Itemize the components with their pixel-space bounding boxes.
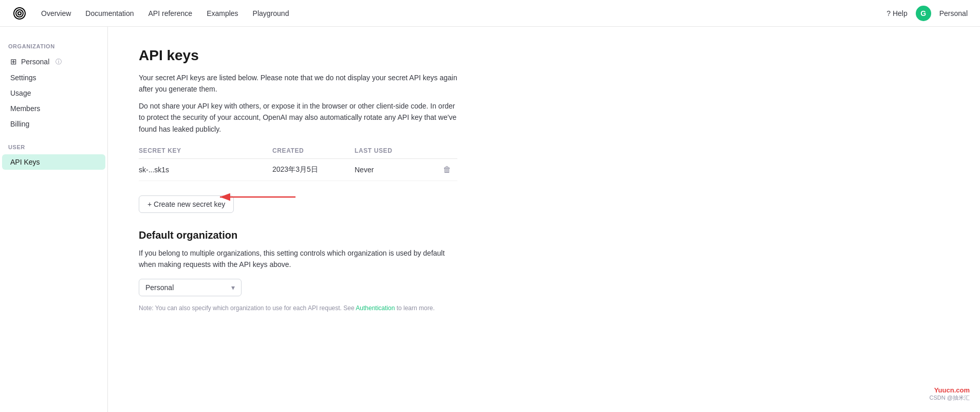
info-icon: ⓘ [56, 58, 62, 66]
sidebar-billing-label: Billing [10, 120, 29, 128]
watermark-line1: Yuucn.com [930, 386, 970, 394]
sidebar-usage-label: Usage [10, 89, 31, 97]
sidebar-item-billing[interactable]: Billing [2, 116, 105, 132]
nav-documentation[interactable]: Documentation [85, 9, 134, 17]
nav-api-reference[interactable]: API reference [149, 9, 193, 17]
user-avatar[interactable]: G [916, 6, 931, 21]
main-content: API keys Your secret API keys are listed… [108, 27, 980, 412]
col-actions [437, 147, 457, 154]
note-text-before: Note: You can also specify which organiz… [139, 304, 356, 312]
description-1: Your secret API keys are listed below. P… [139, 72, 457, 95]
col-created: CREATED [272, 147, 355, 154]
note-text-after: to learn more. [395, 304, 434, 312]
top-nav: Overview Documentation API reference Exa… [0, 0, 980, 27]
authentication-link[interactable]: Authentication [356, 304, 395, 312]
sidebar-item-usage[interactable]: Usage [2, 85, 105, 101]
personal-icon: ⊞ [10, 57, 17, 66]
org-select[interactable]: Personal ▾ [139, 279, 242, 296]
sidebar-item-personal[interactable]: ⊞ Personal ⓘ [2, 53, 105, 70]
nav-right: ? Help G Personal [886, 6, 968, 21]
sidebar-settings-label: Settings [10, 74, 36, 82]
col-secret-key: SECRET KEY [139, 147, 272, 154]
sidebar-members-label: Members [10, 104, 40, 113]
description-2: Do not share your API key with others, o… [139, 100, 457, 135]
sidebar-item-members[interactable]: Members [2, 101, 105, 116]
key-last-used: Never [355, 166, 437, 174]
default-org-title: Default organization [139, 229, 949, 241]
help-icon: ? [886, 9, 891, 17]
create-key-container: + Create new secret key [139, 193, 234, 229]
nav-examples[interactable]: Examples [207, 9, 238, 17]
table-row: sk-...sk1s 2023年3月5日 Never 🗑 [139, 159, 457, 181]
key-created: 2023年3月5日 [272, 165, 355, 174]
layout: ORGANIZATION ⊞ Personal ⓘ Settings Usage… [0, 27, 980, 412]
sidebar: ORGANIZATION ⊞ Personal ⓘ Settings Usage… [0, 27, 108, 412]
nav-overview[interactable]: Overview [41, 9, 71, 17]
help-button[interactable]: ? Help [886, 9, 908, 17]
org-select-value: Personal [145, 283, 174, 292]
user-section-label: USER [0, 144, 107, 154]
page-title: API keys [139, 47, 949, 64]
watermark: Yuucn.com CSDN @抽米汇 [930, 386, 970, 402]
sidebar-personal-label: Personal [21, 58, 49, 66]
help-label: Help [893, 9, 908, 17]
sidebar-item-api-keys[interactable]: API Keys [2, 154, 105, 170]
watermark-line2: CSDN @抽米汇 [930, 394, 970, 402]
nav-links: Overview Documentation API reference Exa… [41, 9, 289, 17]
delete-key-button[interactable]: 🗑 [437, 165, 457, 174]
sidebar-api-keys-label: API Keys [10, 158, 40, 166]
col-last-used: LAST USED [355, 147, 437, 154]
note-text: Note: You can also specify which organiz… [139, 303, 457, 313]
api-keys-table: SECRET KEY CREATED LAST USED sk-...sk1s … [139, 147, 457, 181]
key-value: sk-...sk1s [139, 166, 272, 174]
default-org-desc: If you belong to multiple organizations,… [139, 247, 457, 271]
create-secret-key-button[interactable]: + Create new secret key [139, 195, 234, 213]
table-header: SECRET KEY CREATED LAST USED [139, 147, 457, 159]
nav-left: Overview Documentation API reference Exa… [12, 6, 289, 21]
sidebar-item-settings[interactable]: Settings [2, 70, 105, 85]
org-section-label: ORGANIZATION [0, 43, 107, 53]
chevron-down-icon: ▾ [231, 283, 235, 292]
openai-logo[interactable] [12, 6, 27, 21]
nav-playground[interactable]: Playground [253, 9, 289, 17]
user-label[interactable]: Personal [939, 9, 968, 17]
